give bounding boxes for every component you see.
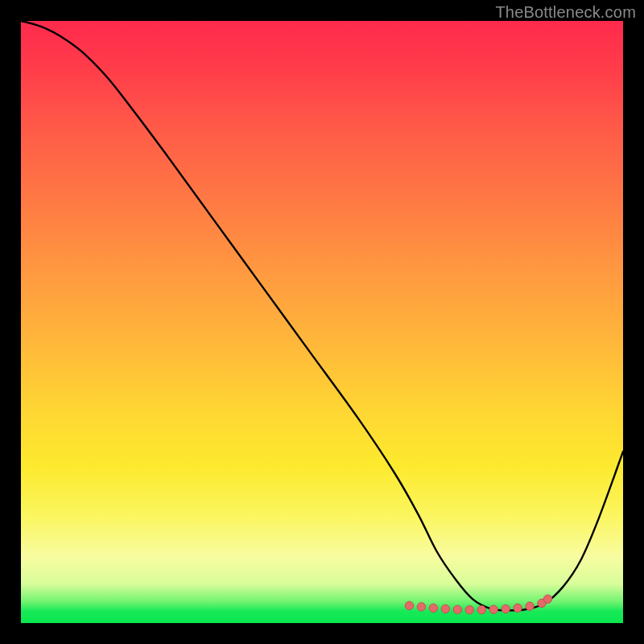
valley-marker-dot	[441, 605, 449, 613]
valley-marker-dot	[514, 604, 522, 612]
valley-marker-dot	[502, 605, 510, 613]
valley-marker-dot	[417, 603, 425, 611]
valley-marker-dot	[543, 595, 551, 603]
plot-frame	[21, 21, 623, 623]
valley-marker-dot	[465, 605, 473, 613]
watermark-text: TheBottleneck.com	[495, 3, 636, 22]
valley-marker-dot	[526, 602, 534, 610]
valley-marker-dot	[453, 605, 461, 613]
valley-marker-dot	[489, 605, 497, 613]
valley-marker-dot	[429, 604, 437, 612]
valley-marker-dot	[405, 601, 413, 609]
plot-svg	[21, 21, 623, 623]
valley-marker-dot	[477, 605, 485, 613]
bottleneck-curve	[21, 21, 623, 610]
